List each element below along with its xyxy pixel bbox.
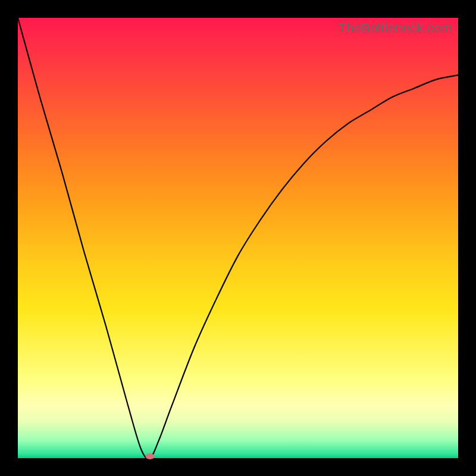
- plot-area: TheBottleneck.com: [18, 18, 458, 458]
- minimum-marker: [146, 453, 155, 459]
- chart-frame: TheBottleneck.com: [0, 0, 476, 476]
- curve-path: [18, 18, 458, 459]
- bottleneck-curve: [18, 18, 458, 458]
